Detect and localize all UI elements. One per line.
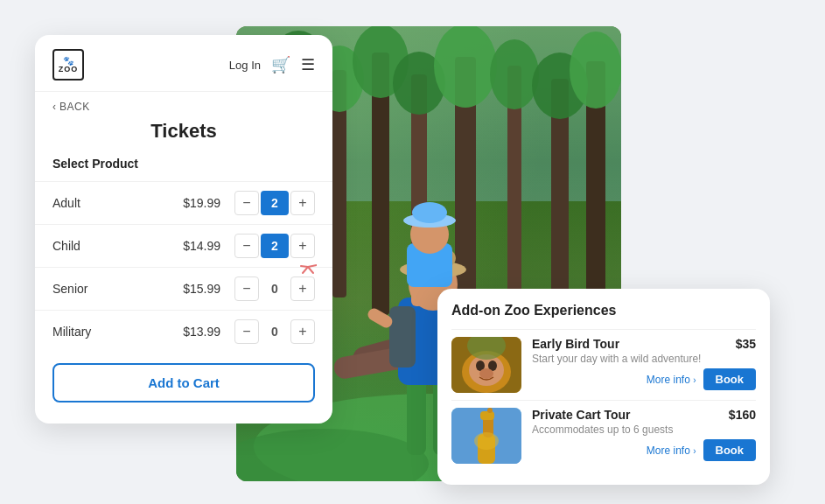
- svg-point-16: [490, 39, 539, 109]
- svg-rect-24: [407, 376, 426, 455]
- lion-thumbnail: [451, 337, 521, 393]
- addon-actions: More info › Book: [532, 439, 756, 461]
- addon-name-row: Private Cart Tour $160: [532, 408, 756, 422]
- addon-item-0: Early Bird Tour $35 Start your day with …: [451, 329, 756, 400]
- back-button[interactable]: ‹ BACK: [35, 92, 332, 113]
- svg-point-48: [479, 368, 493, 379]
- addon-panel: Add-on Zoo Experiences: [437, 289, 770, 485]
- book-button[interactable]: Book: [703, 368, 757, 390]
- qty-display: 2: [261, 191, 289, 215]
- cart-icon[interactable]: 🛒: [271, 55, 290, 74]
- product-list: Adult $19.99 − 2 + Child $14.99 − 2 + Se…: [35, 181, 332, 353]
- page-title: Tickets: [35, 113, 332, 157]
- product-name: Military: [52, 325, 178, 339]
- qty-decrease-button[interactable]: −: [234, 276, 259, 301]
- qty-decrease-button[interactable]: −: [234, 234, 259, 258]
- menu-icon[interactable]: ☰: [301, 55, 315, 74]
- header-right: Log In 🛒 ☰: [229, 55, 315, 74]
- addon-description: Start your day with a wild adventure!: [532, 353, 756, 365]
- product-name: Adult: [52, 196, 178, 210]
- addon-price: $160: [729, 408, 756, 422]
- addon-description: Accommodates up to 6 guests: [532, 424, 756, 436]
- svg-line-40: [308, 267, 313, 273]
- back-chevron-icon: ‹: [52, 101, 56, 113]
- panel-header: 🐾 ZOO Log In 🛒 ☰: [35, 35, 332, 92]
- svg-point-38: [412, 202, 447, 223]
- zoo-logo: 🐾 ZOO: [52, 49, 84, 80]
- product-row-senior: Senior $15.99 − 0 +: [35, 267, 332, 310]
- more-info-arrow-icon: ›: [693, 375, 696, 385]
- more-info-arrow-icon: ›: [693, 446, 696, 456]
- back-label: BACK: [59, 101, 90, 113]
- svg-line-42: [301, 266, 308, 267]
- qty-control: − 2 +: [234, 234, 315, 258]
- qty-display: 0: [261, 319, 289, 344]
- addon-name: Private Cart Tour: [532, 408, 631, 422]
- product-name: Senior: [52, 282, 178, 296]
- product-name: Child: [52, 239, 178, 253]
- addon-items-list: Early Bird Tour $35 Start your day with …: [451, 329, 756, 471]
- product-row-military: Military $13.99 − 0 +: [35, 310, 332, 353]
- qty-increase-button[interactable]: +: [290, 234, 315, 258]
- svg-point-18: [570, 32, 621, 108]
- addon-info: Private Cart Tour $160 Accommodates up t…: [532, 408, 756, 461]
- product-row-adult: Adult $19.99 − 2 +: [35, 181, 332, 224]
- addon-actions: More info › Book: [532, 368, 756, 390]
- qty-display: 0: [261, 276, 289, 301]
- add-to-cart-button[interactable]: Add to Cart: [52, 363, 315, 402]
- addon-name: Early Bird Tour: [532, 337, 619, 351]
- select-product-label: Select Product: [35, 157, 332, 181]
- addon-name-row: Early Bird Tour $35: [532, 337, 756, 351]
- book-button[interactable]: Book: [703, 439, 757, 461]
- svg-point-55: [474, 432, 499, 450]
- qty-increase-button[interactable]: +: [290, 191, 315, 215]
- svg-rect-27: [389, 306, 416, 368]
- product-price: $14.99: [178, 239, 220, 253]
- more-info-link[interactable]: More info ›: [647, 444, 696, 457]
- logo-text: ZOO: [59, 66, 79, 74]
- qty-control: − 0 +: [234, 276, 315, 301]
- qty-control: − 0 +: [234, 319, 315, 344]
- svg-point-54: [487, 408, 493, 413]
- addon-info: Early Bird Tour $35 Start your day with …: [532, 337, 756, 390]
- product-price: $19.99: [178, 196, 220, 210]
- more-info-link[interactable]: More info ›: [647, 374, 696, 386]
- product-row-child: Child $14.99 − 2 +: [35, 224, 332, 267]
- qty-decrease-button[interactable]: −: [234, 191, 259, 215]
- giraffe-thumbnail: [451, 408, 521, 464]
- zoo-logo-icon: 🐾 ZOO: [52, 49, 84, 80]
- qty-increase-button[interactable]: +: [290, 319, 315, 344]
- addon-title: Add-on Zoo Experiences: [451, 303, 756, 318]
- addon-item-1: Private Cart Tour $160 Accommodates up t…: [451, 400, 756, 471]
- login-button[interactable]: Log In: [229, 59, 261, 72]
- spinner-decoration: [299, 258, 317, 276]
- product-price: $15.99: [178, 282, 220, 296]
- qty-display: 2: [261, 234, 289, 258]
- svg-line-41: [303, 267, 308, 273]
- qty-control: − 2 +: [234, 191, 315, 215]
- product-price: $13.99: [178, 325, 220, 339]
- ticket-panel: 🐾 ZOO Log In 🛒 ☰ ‹ BACK Tickets Select P…: [35, 35, 332, 424]
- addon-price: $35: [736, 337, 756, 351]
- svg-rect-53: [480, 411, 494, 420]
- qty-increase-button[interactable]: +: [290, 276, 315, 301]
- svg-line-39: [308, 265, 317, 267]
- qty-decrease-button[interactable]: −: [234, 319, 259, 344]
- svg-point-15: [434, 26, 497, 108]
